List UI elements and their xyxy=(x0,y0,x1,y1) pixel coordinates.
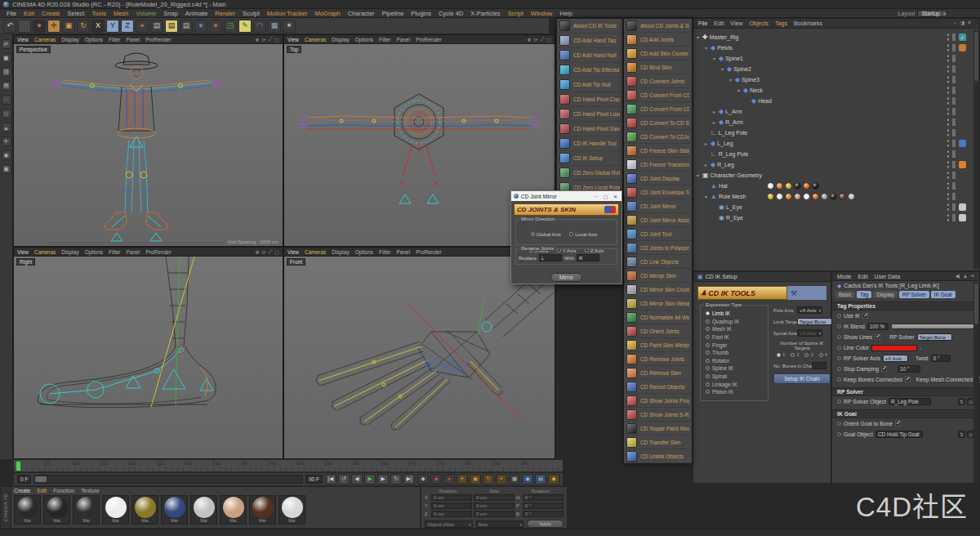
object-row[interactable]: ▾ ◆ Spine3 xyxy=(693,74,971,85)
toolbar-icon[interactable]: ◳ xyxy=(224,20,237,33)
rp-solver-select[interactable]: Target Bone xyxy=(917,333,952,341)
expand-icon[interactable]: ▾ xyxy=(703,194,709,199)
damping-field[interactable]: 10 ° xyxy=(898,365,920,373)
layer-chip[interactable] xyxy=(952,161,956,168)
viewport-menu-item[interactable]: Display xyxy=(61,249,78,255)
viewport-menu-item[interactable]: Filter xyxy=(379,37,390,42)
viewport-menu-item[interactable]: Display xyxy=(61,37,78,42)
local-axis-radio[interactable]: Local Axis xyxy=(569,232,597,237)
object-name[interactable]: L_Leg Pole xyxy=(719,130,747,136)
om-tool-icon[interactable]: ≡ xyxy=(968,20,971,25)
size-field[interactable]: 0 cm xyxy=(474,494,514,501)
position-field[interactable]: 0 cm xyxy=(431,511,472,517)
palette-command[interactable]: CD Unlink Objects xyxy=(624,449,692,463)
layer-chip[interactable] xyxy=(952,182,956,190)
line-color-swatch[interactable] xyxy=(871,345,917,351)
expression-type-radio[interactable]: Piston IK xyxy=(706,388,764,396)
palette-command[interactable]: CD Orient Joints xyxy=(624,324,692,338)
om-tool-icon[interactable]: ⌕ xyxy=(953,20,956,25)
toolbar-icon[interactable]: ● xyxy=(194,20,207,33)
viewport-perspective[interactable]: ViewCamerasDisplayOptionsFilterPanelProR… xyxy=(13,34,283,247)
object-tag-icon[interactable] xyxy=(959,193,966,200)
viewport-corner-icon[interactable]: ⟳ xyxy=(261,249,265,255)
expand-icon[interactable]: ▸ xyxy=(703,162,709,168)
object-row[interactable]: ▾ ◆ Neck xyxy=(693,85,971,96)
viewport-corner-icon[interactable]: ✥ xyxy=(527,37,531,42)
expression-type-radio[interactable]: Foot IK xyxy=(706,333,764,342)
texture-tag-icon[interactable] xyxy=(821,193,828,200)
material-preview-ball[interactable] xyxy=(194,497,215,518)
record-button[interactable]: ▣ xyxy=(470,474,481,485)
object-row[interactable]: ▾ ▣ Character Geometry xyxy=(693,170,971,181)
object-tag-icon[interactable] xyxy=(959,108,966,115)
expression-type-radio[interactable]: Mesh IK xyxy=(706,325,764,333)
attribute-tab[interactable]: Tag xyxy=(857,291,871,298)
menu-item[interactable]: X-Particles xyxy=(470,10,500,17)
object-row[interactable]: ▾ ◆ Spine2 xyxy=(693,64,971,74)
goal-object-link[interactable]: CD Hold Tip Goal xyxy=(875,431,923,438)
palette-command[interactable]: About CD IK Tools xyxy=(557,19,622,34)
palette-command[interactable]: CD Convert From CD Skin xyxy=(624,88,692,102)
viewport-menu-item[interactable]: Cameras xyxy=(34,249,56,255)
viewport-menu-item[interactable]: ProRender xyxy=(416,249,441,255)
setup-ik-chain-button[interactable]: Setup IK Chain xyxy=(773,373,831,384)
object-name[interactable]: R_Leg xyxy=(717,162,734,168)
ik-setup-tab[interactable]: ▣CD IK Setup xyxy=(693,272,831,282)
layer-chip[interactable] xyxy=(952,65,956,73)
visibility-dots[interactable] xyxy=(946,54,951,63)
toolbar-icon[interactable]: ⌖ xyxy=(136,20,149,33)
viewport-menu-item[interactable]: Options xyxy=(85,249,103,255)
texture-tag-icon[interactable] xyxy=(767,182,774,190)
visibility-dots[interactable] xyxy=(946,107,951,116)
viewport-menu-item[interactable]: Display xyxy=(332,37,349,42)
viewport-menu-item[interactable]: Cameras xyxy=(305,249,326,255)
expression-type-radio[interactable]: Quadrup IK xyxy=(706,318,764,326)
material-preview-ball[interactable] xyxy=(17,497,38,518)
link-swap-icon[interactable]: ⇅ xyxy=(958,398,965,405)
object-row[interactable]: ▸ ◆ L_Leg xyxy=(693,138,971,149)
object-name[interactable]: Role Mesh xyxy=(719,194,746,199)
dialog-title-bar[interactable]: CD Joint Mirror – ▢ ✕ xyxy=(511,191,621,201)
object-name[interactable]: Hat xyxy=(719,183,728,189)
menu-item[interactable]: Pipeline xyxy=(382,10,404,17)
toolbar-icon[interactable]: ● xyxy=(209,20,222,33)
record-button[interactable]: ◆ xyxy=(417,474,429,485)
object-row[interactable]: ◉ L_Eye xyxy=(693,202,971,212)
palette-command[interactable]: CD Add Hand Tag xyxy=(557,34,622,48)
transport-button[interactable]: ↺ xyxy=(338,474,350,485)
toolbar-icon[interactable]: ● xyxy=(33,20,46,33)
ik-blend-field[interactable]: 100 % xyxy=(867,323,889,330)
mode-icon[interactable]: ◇ xyxy=(2,109,11,118)
viewport-menu-item[interactable]: ProRender xyxy=(145,249,171,255)
expand-icon[interactable]: ▾ xyxy=(728,77,733,83)
position-field[interactable]: 0 cm xyxy=(431,502,472,509)
palette-command[interactable]: CD Add Tip Null xyxy=(557,78,622,92)
viewport-menu-item[interactable]: ProRender xyxy=(416,37,441,42)
rotation-field[interactable]: 0 ° xyxy=(523,494,564,501)
menu-item[interactable]: Volume xyxy=(136,10,156,17)
attr-scrollbar[interactable] xyxy=(973,282,979,483)
palette-command[interactable]: CD Connect Joints xyxy=(624,74,692,88)
material-preview-ball[interactable] xyxy=(105,497,127,518)
palette-command[interactable]: CD Joint Mirror xyxy=(624,199,692,213)
palette-command[interactable]: CD Add Hand Null xyxy=(557,48,622,63)
mirror-button[interactable]: Mirror xyxy=(550,273,582,282)
palette-command[interactable]: CD IK Setup xyxy=(557,151,622,166)
viewport-menu-item[interactable]: View xyxy=(287,37,299,42)
object-row[interactable]: ▸ ◆ R_Arm xyxy=(693,117,971,127)
attr-tool-icon[interactable]: ◀ xyxy=(956,273,960,279)
layer-chip[interactable] xyxy=(952,118,956,126)
coord-size-select[interactable]: Size xyxy=(476,520,524,528)
material-preview-ball[interactable] xyxy=(282,497,303,518)
visibility-dots[interactable] xyxy=(946,213,951,222)
expression-type-radio[interactable]: Rotator xyxy=(706,357,764,365)
record-button[interactable]: ✛ xyxy=(457,474,468,485)
material-item[interactable]: Mat xyxy=(190,495,217,525)
menu-item[interactable]: File xyxy=(7,10,16,17)
palette-command[interactable]: CD Show Joints S-Rig xyxy=(624,408,692,422)
palette-command[interactable]: CD Convert From CDJoints xyxy=(624,102,692,116)
object-name[interactable]: Character Geometry xyxy=(710,172,762,178)
visibility-dots[interactable] xyxy=(946,160,951,169)
layer-chip[interactable] xyxy=(952,76,956,83)
orient-goal-checkbox[interactable] xyxy=(895,421,901,427)
